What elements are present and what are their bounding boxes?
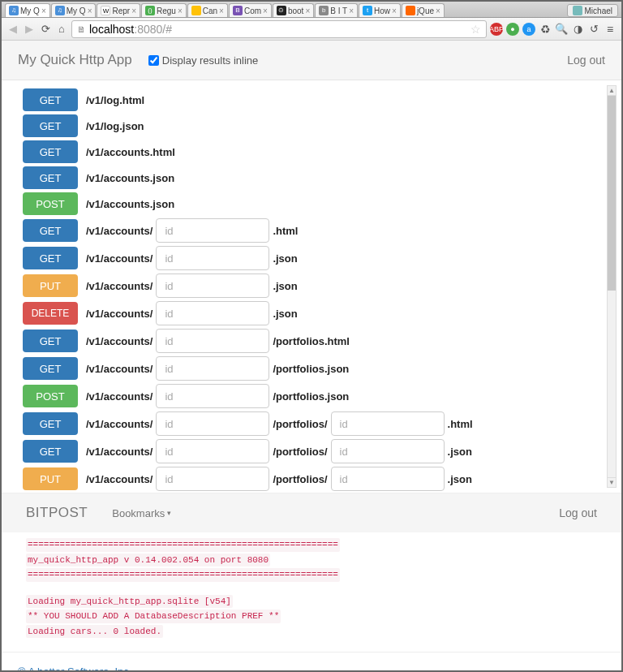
delete-button[interactable]: DELETE — [23, 302, 78, 325]
browser-tab[interactable]: bB I T× — [315, 3, 358, 17]
path-segment: /v1/accounts/ — [86, 446, 153, 458]
browser-tab[interactable]: ♫My Q× — [51, 3, 97, 17]
close-icon[interactable]: × — [41, 6, 46, 15]
browser-tab[interactable]: ⊙boot× — [273, 3, 314, 17]
id-input[interactable] — [156, 384, 269, 408]
get-button[interactable]: GET — [23, 440, 78, 463]
get-button[interactable]: GET — [23, 88, 78, 111]
browser-tab[interactable]: tHow× — [359, 3, 401, 17]
console-logout-link[interactable]: Log out — [559, 506, 597, 519]
id-input[interactable] — [156, 218, 269, 243]
put-button[interactable]: PUT — [23, 274, 78, 297]
get-button[interactable]: GET — [23, 412, 78, 435]
id-input[interactable] — [156, 467, 269, 491]
close-icon[interactable]: × — [131, 6, 136, 15]
menu-icon[interactable]: ≡ — [604, 23, 617, 36]
api-path: /v1/accounts//portfolios.json — [86, 356, 349, 381]
scrollbar[interactable]: ▲ ▼ — [607, 85, 617, 488]
recycle-icon[interactable]: ♻ — [539, 23, 552, 36]
scroll-thumb[interactable] — [608, 96, 616, 291]
page-icon: 🗎 — [77, 24, 86, 34]
logout-link[interactable]: Log out — [567, 54, 605, 67]
browser-tab[interactable]: ()Regu× — [141, 3, 187, 17]
get-button[interactable]: GET — [23, 114, 78, 137]
post-button[interactable]: POST — [23, 192, 78, 215]
footer-link[interactable]: © A better Software, Inc. — [18, 666, 131, 670]
get-button[interactable]: GET — [23, 166, 78, 189]
api-row: GET/v1/accounts/.html — [23, 218, 600, 243]
forward-icon[interactable]: ▶ — [23, 23, 36, 36]
user-chip[interactable]: Michael — [567, 4, 618, 17]
id-input[interactable] — [156, 329, 269, 353]
id-input[interactable] — [331, 467, 445, 491]
bookmark-star-icon[interactable]: ☆ — [470, 23, 481, 36]
path-segment: /v1/accounts.json — [86, 198, 174, 210]
favicon-icon: ♫ — [55, 6, 65, 15]
get-button[interactable]: GET — [23, 247, 78, 269]
get-button[interactable]: GET — [23, 330, 78, 352]
console-output: ========================================… — [2, 532, 621, 644]
id-input[interactable] — [156, 356, 269, 381]
reload-icon[interactable]: ⟳ — [39, 23, 52, 36]
browser-tab[interactable]: jQue× — [402, 3, 445, 17]
path-segment: /v1/accounts.json — [86, 172, 174, 184]
search-icon[interactable]: 🔍 — [555, 23, 568, 36]
browser-nav-bar: ◀ ▶ ⟳ ⌂ 🗎 localhost:8080/# ☆ ABP ● a ♻ 🔍… — [2, 18, 621, 41]
close-icon[interactable]: × — [178, 6, 183, 15]
browser-tab[interactable]: ♫My Q× — [5, 3, 50, 17]
path-segment: /portfolios/ — [273, 473, 327, 485]
id-input[interactable] — [156, 439, 269, 463]
console-panel: BITPOST Bookmarks▾ Log out =============… — [2, 493, 621, 652]
browser-tab[interactable]: BCom× — [229, 3, 272, 17]
app-title: My Quick Http App — [18, 52, 132, 68]
post-button[interactable]: POST — [23, 385, 78, 407]
display-inline-checkbox-input[interactable] — [148, 55, 159, 66]
chevron-down-icon: ▾ — [167, 509, 171, 517]
back-icon[interactable]: ◀ — [6, 23, 19, 36]
display-inline-checkbox[interactable]: Display results inline — [148, 54, 259, 67]
close-icon[interactable]: × — [88, 6, 92, 15]
close-icon[interactable]: × — [305, 6, 310, 15]
api-row: GET/v1/accounts.json — [23, 166, 600, 189]
shield-icon[interactable]: ◑ — [571, 23, 584, 36]
api-row: GET/v1/log.html — [23, 88, 600, 111]
browser-tab[interactable]: Can× — [187, 3, 228, 17]
url-bar[interactable]: 🗎 localhost:8080/# ☆ — [71, 20, 487, 38]
api-path: /v1/accounts/.json — [86, 274, 298, 298]
id-input[interactable] — [331, 439, 445, 463]
close-icon[interactable]: × — [263, 6, 268, 15]
favicon-icon: W — [101, 6, 110, 15]
close-icon[interactable]: × — [392, 6, 397, 15]
id-input[interactable] — [156, 411, 269, 436]
adblock-icon[interactable]: ABP — [490, 23, 503, 36]
tab-label: How — [374, 6, 390, 15]
tab-label: boot — [288, 6, 303, 15]
get-button[interactable]: GET — [23, 140, 78, 163]
id-input[interactable] — [156, 274, 269, 298]
extension-icon[interactable]: a — [522, 23, 535, 36]
api-path: /v1/accounts.json — [86, 172, 174, 184]
close-icon[interactable]: × — [349, 6, 354, 15]
get-button[interactable]: GET — [23, 219, 78, 242]
put-button[interactable]: PUT — [23, 467, 78, 490]
bookmarks-dropdown[interactable]: Bookmarks▾ — [112, 507, 171, 519]
scroll-up-icon[interactable]: ▲ — [608, 86, 616, 96]
get-button[interactable]: GET — [23, 357, 78, 380]
close-icon[interactable]: × — [219, 6, 224, 15]
path-segment: /v1/accounts/ — [86, 225, 153, 237]
id-input[interactable] — [331, 411, 445, 436]
browser-tab[interactable]: WRepr× — [97, 3, 140, 17]
id-input[interactable] — [156, 246, 269, 270]
history-icon[interactable]: ↺ — [587, 23, 600, 36]
console-line: ========================================… — [26, 538, 340, 552]
id-input[interactable] — [156, 301, 269, 325]
home-icon[interactable]: ⌂ — [55, 23, 68, 36]
extension-icon[interactable]: ● — [506, 23, 519, 36]
scroll-down-icon[interactable]: ▼ — [608, 477, 616, 487]
close-icon[interactable]: × — [436, 6, 440, 15]
api-path: /v1/accounts//portfolios.html — [86, 329, 350, 353]
console-header: BITPOST Bookmarks▾ Log out — [2, 493, 621, 532]
api-row: GET/v1/accounts//portfolios.html — [23, 329, 600, 353]
console-line: ** YOU SHOULD ADD A DatabaseDescription … — [26, 610, 281, 623]
api-row: DELETE/v1/accounts/.json — [23, 301, 600, 325]
